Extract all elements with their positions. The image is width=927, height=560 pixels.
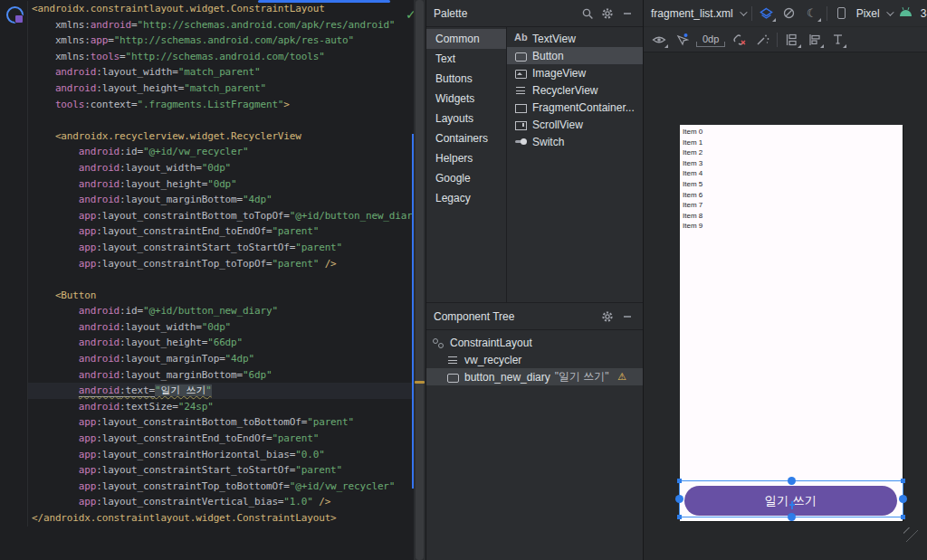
code-line[interactable]: android:text="일기 쓰기" (28, 383, 414, 399)
code-line[interactable] (28, 271, 414, 288)
tree-item-vw_recycler[interactable]: vw_recycler (426, 351, 643, 368)
palette-component-scrollview[interactable]: ScrollView (507, 116, 643, 133)
resize-handle-top-right[interactable] (901, 479, 905, 483)
code-line[interactable]: app:layout_constraintEnd_toEndOf="parent… (28, 431, 414, 447)
scrollview-icon (514, 119, 528, 130)
warning-icon[interactable]: ⚠ (617, 371, 626, 383)
device-selector[interactable]: Pixel (856, 7, 880, 20)
constraint-anchor-top[interactable] (788, 477, 796, 485)
code-line[interactable]: </androidx.constraintlayout.widget.Const… (28, 510, 414, 527)
recyclerview-preview[interactable]: Item 0Item 1Item 2Item 3Item 4Item 5Item… (680, 125, 903, 232)
code-line[interactable]: android:layout_width="match_parent" (28, 64, 414, 81)
constraintlayout-gutter-icon[interactable] (6, 6, 24, 24)
code-lines[interactable]: <androidx.constraintlayout.widget.Constr… (27, 1, 414, 527)
code-line[interactable] (28, 112, 414, 128)
design-toolbar-main: fragment_list.xml ☾ Pixel 34 (644, 0, 927, 27)
code-line[interactable]: android:layout_marginBottom="6dp" (28, 367, 414, 384)
palette-component-button[interactable]: Button (507, 47, 643, 64)
pack-icon[interactable] (784, 32, 800, 48)
code-line[interactable]: android:id="@+id/button_new_diary" (28, 303, 414, 319)
code-line[interactable]: tools:context=".fragments.ListFragment"> (28, 97, 414, 113)
minimize-icon[interactable] (619, 308, 636, 325)
code-line[interactable]: android:layout_height="66dp" (28, 335, 414, 351)
constraint-anchor-left[interactable] (675, 495, 683, 503)
code-token: :layout_constraintTop_toBottomOf= (96, 480, 290, 492)
resize-handle-bottom-right[interactable] (901, 515, 905, 519)
api-selector[interactable]: 34 (921, 7, 927, 20)
infer-constraints-wand-icon[interactable] (754, 32, 770, 48)
code-token: tools (91, 51, 119, 62)
code-line[interactable]: android:layout_marginBottom="4dp" (28, 192, 414, 208)
autoconnect-icon[interactable] (674, 32, 690, 48)
resize-handle-bottom-left[interactable] (677, 515, 682, 519)
minimize-icon[interactable] (619, 5, 636, 22)
guidelines-icon[interactable] (829, 32, 846, 48)
code-token: /> (319, 258, 336, 270)
code-line[interactable]: android:layout_height="match_parent" (28, 81, 414, 97)
xml-editor-pane[interactable]: ✓ <androidx.constraintlayout.widget.Cons… (0, 0, 425, 560)
code-token: android (32, 321, 119, 333)
clear-constraints-icon[interactable] (731, 32, 748, 48)
design-surface-mode-icon[interactable] (759, 5, 775, 22)
tree-item-constraintlayout[interactable]: ConstraintLayout (426, 334, 643, 351)
palette-component-recyclerview[interactable]: RecyclerView (507, 81, 643, 99)
constraint-anchor-right[interactable] (899, 495, 907, 503)
code-line[interactable]: app:layout_constraintBottom_toBottomOf="… (28, 414, 414, 431)
code-line[interactable]: app:layout_constraintStart_toStartOf="pa… (28, 240, 414, 256)
code-line[interactable]: xmlns:app="http://schemas.android.com/ap… (28, 33, 414, 49)
default-margins-selector[interactable]: 0dp (696, 33, 725, 47)
code-line[interactable]: android:layout_marginTop="4dp" (28, 351, 414, 367)
palette-category-google[interactable]: Google (426, 168, 506, 188)
palette-category-common[interactable]: Common (426, 29, 506, 49)
code-line[interactable]: <Button (28, 288, 414, 304)
view-options-eye-icon[interactable] (651, 32, 667, 48)
device-preview[interactable]: Item 0Item 1Item 2Item 3Item 4Item 5Item… (680, 125, 903, 521)
file-selector[interactable]: fragment_list.xml (651, 7, 733, 20)
code-line[interactable]: android:layout_width="0dp" (28, 319, 414, 336)
resize-handle-top-left[interactable] (677, 479, 682, 483)
palette-component-switch[interactable]: Switch (507, 133, 643, 150)
code-line[interactable]: app:layout_constraintTop_toTopOf="parent… (28, 256, 414, 272)
code-line[interactable]: android:textSize="24sp" (28, 399, 414, 415)
code-line[interactable]: app:layout_constraintStart_toStartOf="pa… (28, 462, 414, 479)
orientation-icon[interactable] (781, 5, 798, 22)
code-line[interactable]: app:layout_constraintVertical_bias="1.0"… (28, 494, 414, 510)
code-line[interactable]: android:layout_width="0dp" (28, 160, 414, 176)
code-line[interactable]: app:layout_constraintEnd_toEndOf="parent… (28, 223, 414, 240)
palette-category-helpers[interactable]: Helpers (426, 148, 506, 168)
palette-category-legacy[interactable]: Legacy (426, 188, 506, 208)
code-token: android (32, 305, 119, 317)
palette-component-imageview[interactable]: ImageView (507, 64, 643, 81)
palette-category-widgets[interactable]: Widgets (426, 89, 506, 109)
code-line[interactable]: app:layout_constraintBottom_toTopOf="@+i… (28, 208, 414, 224)
code-line[interactable]: xmlns:android="http://schemas.android.co… (28, 17, 414, 33)
new-diary-button-preview[interactable]: 일기 쓰기 (684, 486, 897, 516)
palette-category-text[interactable]: Text (426, 49, 506, 69)
design-toolbar-constraints: 0dp (644, 27, 927, 52)
code-line[interactable]: xmlns:tools="http://schemas.android.com/… (28, 49, 414, 65)
night-mode-icon[interactable]: ☾ (804, 5, 820, 22)
palette-component-fragmentcontainer[interactable]: FragmentContainer... (507, 99, 643, 116)
editor-vscrollbar-thumb[interactable] (416, 0, 424, 560)
tree-item-button_new_diary[interactable]: button_new_diary"일기 쓰기"⚠ (426, 368, 643, 385)
code-token: :layout_constraintBottom_toBottomOf= (96, 416, 307, 428)
code-line[interactable]: app:layout_constraintTop_toBottomOf="@+i… (28, 479, 414, 495)
code-line[interactable]: <androidx.recyclerview.widget.RecyclerVi… (28, 128, 414, 145)
canvas-resize-handle[interactable] (903, 527, 918, 542)
palette-category-buttons[interactable]: Buttons (426, 69, 506, 89)
design-surface[interactable]: Item 0Item 1Item 2Item 3Item 4Item 5Item… (644, 53, 927, 560)
palette-category-layouts[interactable]: Layouts (426, 109, 506, 128)
gear-icon[interactable] (599, 308, 616, 325)
code-line[interactable]: android:id="@+id/vw_recycler" (28, 144, 414, 160)
gear-icon[interactable] (599, 5, 616, 22)
code-token: "http://schemas.android.com/apk/res/andr… (138, 19, 396, 31)
palette-category-containers[interactable]: Containers (426, 128, 506, 148)
editor-vscrollbar[interactable] (414, 0, 425, 560)
code-line[interactable]: app:layout_constraintHorizontal_bias="0.… (28, 447, 414, 463)
code-line[interactable]: android:layout_height="0dp" (28, 176, 414, 193)
warning-stripe-mark[interactable] (415, 381, 425, 384)
code-line[interactable]: <androidx.constraintlayout.widget.Constr… (28, 1, 414, 17)
palette-component-textview[interactable]: TextView (507, 30, 643, 47)
search-icon[interactable] (579, 5, 596, 22)
align-icon[interactable] (807, 32, 823, 48)
